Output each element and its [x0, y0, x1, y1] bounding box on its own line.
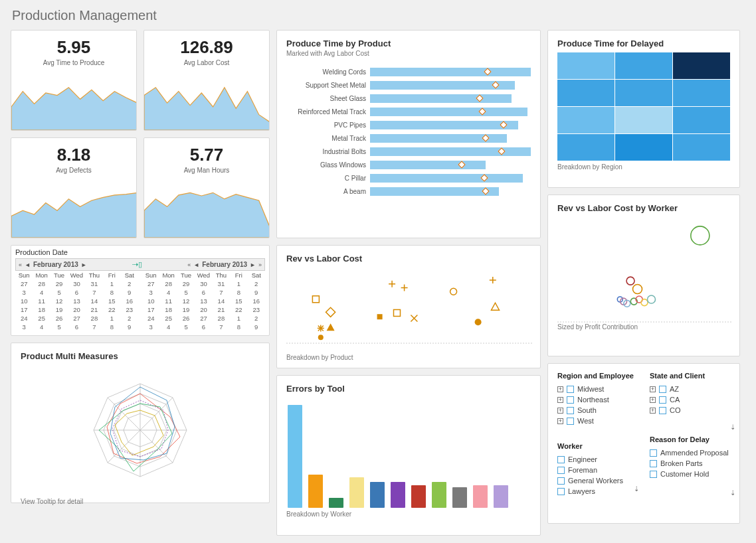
expand-icon[interactable]: + — [650, 397, 656, 403]
cal-day[interactable]: 2 — [121, 279, 138, 288]
cal-day[interactable]: 14 — [213, 297, 230, 305]
cal-day[interactable]: 11 — [159, 297, 177, 305]
filter-item[interactable]: Foreman — [557, 465, 638, 475]
cal-day[interactable]: 1 — [230, 314, 247, 323]
cal-day[interactable]: 13 — [195, 297, 212, 305]
cal-day[interactable]: 1 — [230, 279, 247, 288]
filter-item[interactable]: +Midwest — [557, 384, 638, 394]
cal-day[interactable]: 9 — [248, 288, 265, 297]
cal-day[interactable]: 6 — [68, 288, 85, 297]
slider-icon[interactable]: ⇢▯ — [132, 260, 142, 269]
filter-item[interactable]: +AZ — [650, 384, 730, 394]
checkbox[interactable] — [567, 386, 574, 393]
cal-day[interactable]: 4 — [33, 288, 50, 297]
cal-day[interactable]: 4 — [33, 323, 50, 331]
cal-day[interactable]: 16 — [121, 297, 138, 305]
cal-day[interactable]: 27 — [195, 314, 212, 323]
expand-icon[interactable]: + — [557, 408, 563, 414]
filter-item[interactable]: Customer Hold — [650, 469, 730, 479]
cal-prev-icon[interactable]: ◄ — [25, 262, 31, 268]
cal-day[interactable]: 30 — [68, 279, 85, 288]
checkbox[interactable] — [557, 477, 565, 485]
cal-day[interactable]: 4 — [159, 323, 177, 331]
cal2-prev-fast-icon[interactable]: « — [187, 262, 191, 268]
cal-day[interactable]: 28 — [213, 314, 230, 323]
checkbox[interactable] — [659, 386, 666, 393]
cal-day[interactable]: 7 — [86, 288, 103, 297]
cal-day[interactable]: 22 — [103, 305, 120, 314]
cal-day[interactable]: 3 — [15, 323, 33, 331]
cal-day[interactable]: 24 — [15, 314, 33, 323]
cal-day[interactable]: 29 — [50, 279, 68, 288]
cal-day[interactable]: 21 — [86, 305, 103, 314]
cal-day[interactable]: 3 — [142, 323, 159, 331]
cal-day[interactable]: 22 — [230, 305, 247, 314]
cal-day[interactable]: 7 — [213, 323, 230, 331]
product-multi-measures-card[interactable]: Product Multi Measures — [11, 343, 270, 503]
cal-day[interactable]: 20 — [195, 305, 212, 314]
cal-day[interactable]: 28 — [33, 279, 50, 288]
cal-day[interactable]: 7 — [213, 288, 230, 297]
cal-day[interactable]: 7 — [86, 323, 103, 331]
produce-time-delayed-card[interactable]: Produce Time for Delayed Breakdown by Re… — [547, 30, 740, 188]
rev-vs-labor-card[interactable]: Rev vs Labor Cost Breakdown by Product — [276, 245, 541, 368]
cal-day[interactable]: 2 — [248, 279, 265, 288]
cal-day[interactable]: 17 — [15, 305, 33, 314]
checkbox[interactable] — [567, 407, 574, 414]
cal-day[interactable]: 18 — [159, 305, 177, 314]
cal-day[interactable]: 5 — [50, 323, 68, 331]
checkbox[interactable] — [567, 396, 574, 404]
cal-day[interactable]: 3 — [15, 288, 33, 297]
cal-day[interactable]: 25 — [33, 314, 50, 323]
cal-day[interactable]: 26 — [177, 314, 195, 323]
cal-day[interactable]: 21 — [213, 305, 230, 314]
filter-item[interactable]: +South — [557, 405, 638, 416]
expand-icon[interactable]: + — [557, 386, 563, 392]
cal-day[interactable]: 27 — [68, 314, 85, 323]
cal-day[interactable]: 5 — [177, 288, 195, 297]
filter-item[interactable]: +West — [557, 416, 638, 426]
cal-day[interactable]: 20 — [68, 305, 85, 314]
cal-day[interactable]: 26 — [50, 314, 68, 323]
cal-day[interactable]: 8 — [103, 288, 120, 297]
cal-day[interactable]: 6 — [68, 323, 85, 331]
cal-day[interactable]: 29 — [177, 279, 195, 288]
cal-day[interactable]: 12 — [177, 297, 195, 305]
more-icon[interactable]: ⇣ — [730, 489, 735, 497]
cal-day[interactable]: 16 — [248, 297, 265, 305]
cal-day[interactable]: 9 — [121, 288, 138, 297]
cal-day[interactable]: 1 — [103, 279, 120, 288]
cal-day[interactable]: 19 — [177, 305, 195, 314]
cal-day[interactable]: 19 — [50, 305, 68, 314]
filter-item[interactable]: +CO — [650, 405, 730, 416]
cal-day[interactable]: 4 — [159, 288, 177, 297]
more-icon[interactable]: ⇣ — [730, 424, 735, 431]
expand-icon[interactable]: + — [650, 408, 656, 414]
cal-day[interactable]: 23 — [121, 305, 138, 314]
produce-time-product-card[interactable]: Produce Time by Product Marked with Avg … — [276, 30, 541, 238]
filter-item[interactable]: Engineer — [557, 454, 638, 465]
cal-day[interactable]: 2 — [248, 314, 265, 323]
cal-day[interactable]: 8 — [230, 323, 247, 331]
cal-day[interactable]: 1 — [103, 314, 120, 323]
cal-day[interactable]: 25 — [159, 314, 177, 323]
cal-day[interactable]: 23 — [248, 305, 265, 314]
expand-icon[interactable]: + — [650, 386, 656, 392]
cal-day[interactable]: 30 — [195, 279, 212, 288]
cal-day[interactable]: 28 — [86, 314, 103, 323]
filter-item[interactable]: Ammended Proposal — [650, 447, 730, 458]
cal-day[interactable]: 5 — [50, 288, 68, 297]
cal-prev-fast-icon[interactable]: « — [19, 262, 22, 268]
cal-day[interactable]: 14 — [86, 297, 103, 305]
checkbox[interactable] — [659, 396, 666, 404]
cal-day[interactable]: 9 — [121, 323, 138, 331]
checkbox[interactable] — [557, 488, 565, 495]
cal-day[interactable]: 8 — [103, 323, 120, 331]
cal-day[interactable]: 27 — [142, 279, 159, 288]
checkbox[interactable] — [567, 418, 574, 425]
cal-day[interactable]: 28 — [159, 279, 177, 288]
kpi-avg-man-hours[interactable]: 5.77 Avg Man Hours — [143, 137, 270, 238]
cal-day[interactable]: 24 — [142, 314, 159, 323]
cal-day[interactable]: 8 — [230, 288, 247, 297]
filter-item[interactable]: +CA — [650, 394, 730, 405]
